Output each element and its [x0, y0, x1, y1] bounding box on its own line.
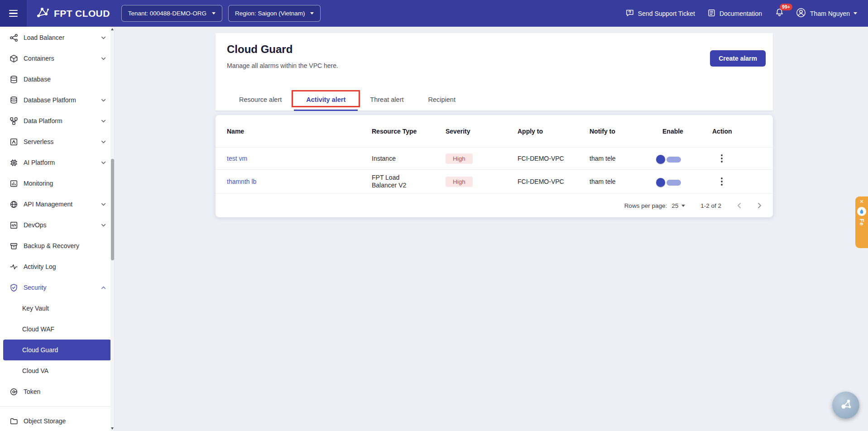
api-management-icon: [9, 200, 18, 209]
scrollbar-up-arrow-icon[interactable]: [110, 28, 114, 30]
pagination-next-button[interactable]: [755, 201, 764, 210]
column-header-notify-to: Notify to: [590, 128, 662, 135]
sidebar-item-cloud-waf[interactable]: Cloud WAF: [0, 319, 114, 340]
sidebar-item-database-platform[interactable]: Database Platform: [0, 90, 114, 110]
support-chat-icon: [625, 8, 634, 19]
sidebar-subitem-label: Cloud Guard: [22, 346, 58, 354]
sidebar-item-devops[interactable]: DevOps: [0, 215, 114, 235]
send-support-ticket-link[interactable]: Send Support Ticket: [625, 8, 695, 19]
scrollbar-thumb[interactable]: [111, 159, 114, 260]
region-dropdown[interactable]: Region: Saigon (Vietnam): [228, 5, 321, 22]
document-icon: [707, 9, 716, 19]
row-actions-kebab-icon[interactable]: [719, 153, 773, 164]
pagination-prev-button[interactable]: [735, 201, 744, 210]
tenant-dropdown[interactable]: Tenant: 000488-DEMO-ORG: [121, 5, 222, 22]
database-icon: [9, 75, 18, 84]
sidebar-item-activity-log[interactable]: Activity Log: [0, 256, 114, 277]
support-label: Send Support Ticket: [638, 10, 695, 17]
sidebar: Load Balancer Containers: [0, 27, 115, 431]
feedback-label: Fe: [858, 219, 865, 226]
notification-badge: 99+: [780, 4, 792, 10]
sidebar-item-containers[interactable]: Containers: [0, 48, 114, 69]
app-root: FPT CLOUD Tenant: 000488-DEMO-ORG Region…: [0, 0, 868, 431]
alarm-name-link[interactable]: thamnth lb: [227, 178, 256, 185]
sidebar-item-load-balancer[interactable]: Load Balancer: [0, 27, 114, 48]
containers-icon: [9, 54, 18, 63]
sidebar-item-ai-platform[interactable]: AI Platform: [0, 152, 114, 173]
sidebar-scrollbar[interactable]: [110, 27, 114, 431]
chevron-down-icon: [100, 34, 107, 41]
feedback-tab[interactable]: ✕ Fe: [855, 196, 868, 248]
chevron-down-icon: [100, 159, 107, 166]
apply-to-cell: FCI-DEMO-VPC: [518, 155, 590, 162]
brand-logo[interactable]: FPT CLOUD: [36, 6, 110, 21]
severity-badge: High: [446, 153, 473, 164]
row-actions-kebab-icon[interactable]: [719, 176, 773, 187]
tab-bar: Resource alert Activity alert Threat ale…: [216, 89, 773, 111]
sidebar-item-label: Backup & Recovery: [24, 242, 79, 249]
sidebar-item-cloud-guard[interactable]: Cloud Guard: [3, 340, 111, 360]
sidebar-item-token[interactable]: Token: [0, 381, 114, 402]
sidebar-item-label: Containers: [24, 55, 54, 62]
sidebar-item-key-vault[interactable]: Key Vault: [0, 298, 114, 319]
table-footer: Rows per page: 25 1-2 of 2: [216, 194, 773, 217]
sidebar-item-label: Database: [24, 76, 51, 83]
scrollbar-down-arrow-icon[interactable]: [110, 427, 114, 430]
sidebar-item-cloud-va[interactable]: Cloud VA: [0, 360, 114, 381]
apply-to-cell: FCI-DEMO-VPC: [518, 178, 590, 185]
token-icon: [9, 387, 18, 396]
column-header-resource-type: Resource Type: [372, 128, 446, 135]
user-name: Tham Nguyen: [810, 10, 850, 17]
sidebar-item-serverless[interactable]: Serverless: [0, 131, 114, 152]
chevron-up-icon: [100, 284, 107, 291]
data-platform-icon: [9, 116, 18, 125]
resource-type-cell: FPT Load Balancer V2: [372, 174, 417, 189]
tab-threat-alert[interactable]: Threat alert: [358, 89, 416, 110]
tab-recipient[interactable]: Recipient: [416, 89, 468, 110]
sidebar-item-label: Monitoring: [24, 180, 53, 187]
page-header-card: Cloud Guard Manage all alarms within the…: [216, 33, 773, 111]
tab-label: Resource alert: [239, 96, 282, 103]
chevron-down-icon: [100, 139, 107, 145]
tab-label: Recipient: [428, 96, 456, 103]
sidebar-item-backup-recovery[interactable]: Backup & Recovery: [0, 235, 114, 256]
feedback-drop-icon: [857, 207, 866, 216]
sidebar-item-label: API Management: [24, 201, 72, 208]
sidebar-item-data-platform[interactable]: Data Platform: [0, 110, 114, 131]
notify-to-cell: tham tele: [590, 155, 662, 162]
close-icon[interactable]: ✕: [859, 199, 863, 204]
sidebar-subitem-label: Cloud VA: [22, 367, 48, 374]
sidebar-item-api-management[interactable]: API Management: [0, 194, 114, 215]
chevron-down-icon: [854, 12, 857, 14]
tab-resource-alert[interactable]: Resource alert: [227, 89, 294, 110]
alarm-name-link[interactable]: test vm: [227, 155, 247, 162]
tab-activity-alert[interactable]: Activity alert: [294, 89, 358, 110]
create-alarm-button[interactable]: Create alarm: [710, 50, 766, 67]
main-content: Cloud Guard Manage all alarms within the…: [115, 27, 868, 431]
sidebar-item-label: DevOps: [24, 221, 47, 229]
sidebar-item-label: Load Balancer: [24, 34, 64, 41]
chevron-down-icon: [100, 118, 107, 125]
sidebar-item-object-storage[interactable]: Object Storage: [0, 411, 114, 431]
database-platform-icon: [9, 96, 18, 105]
serverless-icon: [9, 137, 18, 146]
rows-per-page-value: 25: [671, 202, 678, 209]
sidebar-subitem-label: Cloud WAF: [22, 326, 54, 333]
sidebar-item-database[interactable]: Database: [0, 69, 114, 90]
page-title: Cloud Guard: [227, 43, 293, 56]
sidebar-item-security[interactable]: Security: [0, 277, 114, 298]
table-row: test vm Instance High FCI-DEMO-VPC tham …: [216, 148, 773, 170]
notification-bell-button[interactable]: 99+: [775, 8, 784, 19]
ai-assistant-button[interactable]: [832, 392, 859, 419]
sidebar-item-label: Token: [24, 388, 40, 395]
sidebar-item-monitoring[interactable]: Monitoring: [0, 173, 114, 194]
object-storage-icon: [9, 417, 18, 426]
column-header-severity: Severity: [446, 128, 518, 135]
rows-per-page-select[interactable]: 25: [671, 202, 685, 209]
documentation-link[interactable]: Documentation: [707, 9, 762, 19]
user-menu[interactable]: Tham Nguyen: [796, 7, 857, 19]
region-label: Region: Saigon (Vietnam): [235, 10, 305, 17]
load-balancer-icon: [9, 33, 18, 42]
sidebar-item-label: Security: [24, 284, 47, 291]
hamburger-menu-button[interactable]: [0, 0, 27, 27]
